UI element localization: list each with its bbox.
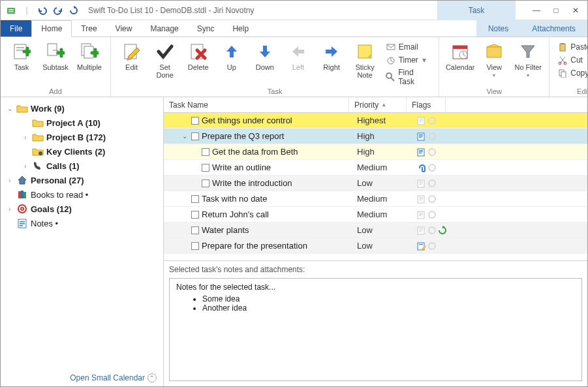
- ribbon-view[interactable]: View▾: [478, 40, 510, 87]
- ribbon: Task Subtask Multiple Add Edit Set Done …: [1, 37, 587, 97]
- ribbon-copy[interactable]: Copy: [555, 67, 588, 79]
- tree-item[interactable]: Project A (10): [3, 116, 161, 130]
- expander-icon[interactable]: ⌄: [6, 105, 14, 112]
- svg-rect-4: [16, 47, 24, 48]
- row-checkbox[interactable]: [191, 226, 199, 234]
- undo-icon[interactable]: [36, 4, 49, 17]
- expander-icon[interactable]: ›: [6, 206, 14, 213]
- task-row[interactable]: Write the introductionLow: [164, 176, 587, 191]
- row-checkbox[interactable]: [191, 242, 199, 250]
- svg-rect-34: [18, 191, 21, 198]
- notes-bullet: Another idea: [202, 303, 575, 313]
- ribbon-edit[interactable]: Edit: [116, 40, 147, 87]
- svg-rect-43: [20, 223, 25, 224]
- ribbon-subtask[interactable]: Subtask: [40, 40, 71, 87]
- ribbon-up[interactable]: Up: [216, 40, 247, 87]
- ribbon-find-task[interactable]: Find Task: [383, 67, 434, 87]
- tree-item-icon: [16, 204, 28, 214]
- tab-help[interactable]: Help: [223, 20, 258, 37]
- close-icon[interactable]: ✕: [570, 6, 581, 15]
- ribbon-calendar[interactable]: Calendar: [444, 40, 476, 87]
- notes-bullet: Some idea: [202, 294, 575, 303]
- redo-icon[interactable]: [52, 4, 65, 17]
- app-icon: [5, 4, 18, 17]
- tab-sync[interactable]: Sync: [188, 20, 224, 37]
- task-row[interactable]: Get things under controlHighest: [164, 113, 587, 129]
- note-flag-icon: [417, 226, 426, 235]
- task-row[interactable]: Prepare for the presentationLow: [164, 238, 587, 254]
- task-row[interactable]: ⌄Prepare the Q3 reportHigh: [164, 129, 587, 144]
- svg-point-33: [39, 151, 42, 155]
- tree[interactable]: ⌄Work (9)Project A (10)›Project B (172)K…: [1, 97, 163, 369]
- tab-notes[interactable]: Notes: [476, 20, 520, 37]
- ribbon-right[interactable]: Right: [316, 40, 347, 87]
- col-flags[interactable]: Flags: [407, 97, 446, 112]
- task-grid[interactable]: Task Name Priority▲ Flags Get things und…: [164, 97, 587, 254]
- task-row[interactable]: Task with no dateMedium: [164, 191, 587, 207]
- refresh-icon[interactable]: [67, 4, 80, 17]
- ribbon-timer[interactable]: Timer▾: [383, 54, 434, 66]
- svg-rect-35: [21, 191, 23, 198]
- tree-item[interactable]: Notes •: [3, 216, 161, 230]
- row-expander-icon[interactable]: ⌄: [182, 132, 189, 140]
- file-menu[interactable]: File: [1, 20, 31, 37]
- open-small-calendar[interactable]: Open Small Calendar ⌃: [1, 369, 163, 386]
- note-flag-icon: [417, 179, 426, 188]
- svg-point-54: [429, 133, 435, 140]
- ribbon-set-done[interactable]: Set Done: [149, 40, 180, 87]
- ribbon-no-filter[interactable]: No Filter▾: [512, 40, 544, 87]
- ribbon-left[interactable]: Left: [283, 40, 313, 87]
- row-priority: Medium: [357, 194, 414, 204]
- tree-item-icon: [16, 103, 28, 114]
- tab-tree[interactable]: Tree: [72, 20, 106, 37]
- clock-flag-icon: [427, 132, 437, 141]
- context-tab-task[interactable]: Task: [437, 1, 516, 20]
- tab-home[interactable]: Home: [31, 20, 72, 37]
- titlebar: | Swift To-Do List 10 - DemoDB.stdl - Ji…: [1, 1, 587, 20]
- tree-item-label: Calls (1): [46, 161, 80, 171]
- row-checkbox[interactable]: [191, 117, 199, 125]
- ribbon-task[interactable]: Task: [6, 40, 37, 87]
- task-row[interactable]: Return John's callMedium: [164, 207, 587, 223]
- row-flags: [417, 147, 456, 157]
- col-task-name[interactable]: Task Name: [164, 97, 349, 112]
- tree-item[interactable]: ⌄Work (9): [3, 101, 161, 116]
- ribbon-sticky-note[interactable]: Sticky Note: [350, 40, 380, 87]
- task-row[interactable]: Water plantsLow: [164, 223, 587, 238]
- tree-item-label: Work (9): [31, 104, 65, 114]
- task-grid-header[interactable]: Task Name Priority▲ Flags: [164, 97, 587, 113]
- ribbon-email[interactable]: Email: [383, 41, 434, 53]
- tab-view[interactable]: View: [106, 20, 142, 37]
- task-row[interactable]: Write an outlineMedium: [164, 160, 587, 176]
- minimize-icon[interactable]: —: [531, 6, 542, 15]
- expander-icon[interactable]: ›: [6, 177, 14, 184]
- row-checkbox[interactable]: [191, 195, 199, 203]
- ribbon-down[interactable]: Down: [249, 40, 280, 87]
- notes-section-header: Selected task's notes and attachments:: [164, 260, 587, 275]
- tree-item-icon: [32, 146, 44, 157]
- ribbon-delete[interactable]: Delete: [183, 40, 213, 87]
- tree-item[interactable]: ›Personal (27): [3, 173, 161, 187]
- notes-box[interactable]: Notes for the selected task... Some idea…: [169, 278, 582, 381]
- tree-item[interactable]: ›Calls (1): [3, 159, 161, 173]
- tab-attachments[interactable]: Attachments: [520, 20, 587, 37]
- tab-manage[interactable]: Manage: [141, 20, 187, 37]
- expander-icon[interactable]: ›: [22, 163, 29, 170]
- row-checkbox[interactable]: [202, 148, 209, 156]
- ribbon-paste[interactable]: Paste: [555, 41, 588, 53]
- tree-item[interactable]: ›Project B (172): [3, 130, 161, 144]
- tree-item[interactable]: ›Goals (12): [3, 202, 161, 216]
- ribbon-multiple[interactable]: Multiple: [74, 40, 105, 87]
- tree-item[interactable]: Key Clients (2): [3, 144, 161, 159]
- task-row[interactable]: Get the data from BethHigh: [164, 144, 587, 160]
- maximize-icon[interactable]: □: [551, 6, 561, 15]
- ribbon-cut[interactable]: Cut: [555, 54, 588, 66]
- row-checkbox[interactable]: [191, 132, 199, 140]
- row-checkbox[interactable]: [191, 211, 199, 219]
- row-checkbox[interactable]: [202, 164, 209, 172]
- row-checkbox[interactable]: [202, 179, 209, 187]
- tree-item[interactable]: Books to read •: [3, 187, 161, 202]
- col-priority[interactable]: Priority▲: [349, 97, 407, 112]
- expander-icon[interactable]: ›: [22, 134, 29, 141]
- svg-point-60: [429, 164, 435, 171]
